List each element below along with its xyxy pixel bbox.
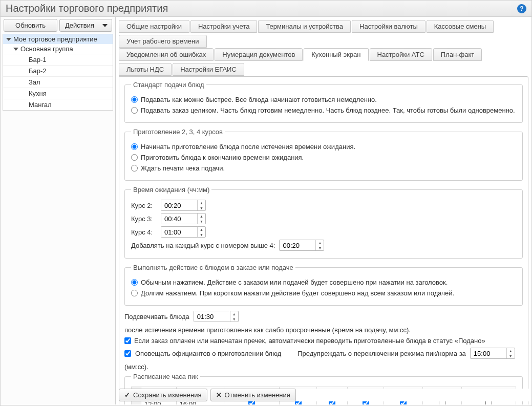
tab[interactable]: Настройки учета [190,20,257,33]
checkbox-notify-waiters-label[interactable]: Оповещать официантов о приготовлении блю… [135,350,281,357]
action-opt-normal-label[interactable]: Обычным нажатием. Действие с заказом или… [141,279,448,286]
tree-root-label: Мое торговое предприятие [13,35,97,43]
highlight-label: Подсвечивать блюда [124,313,189,320]
action-group: Выполнять действие с блюдом в заказе или… [124,264,523,306]
tree-leaf[interactable]: Зал [3,76,113,88]
x-icon [216,391,222,399]
action-opt-normal[interactable] [131,279,138,286]
tab[interactable]: Настройки АТС [370,48,432,61]
wait-input[interactable] [161,200,197,210]
checkbox-notify-waiters[interactable] [124,350,131,357]
tab[interactable]: Общие настройки [119,20,189,33]
wait-row-label: Курс 2: [131,202,157,209]
tab[interactable]: Нумерация документов [215,48,303,61]
spin-down-icon[interactable]: ▼ [198,205,205,210]
serve-opt-fast-label[interactable]: Подавать как можно быстрее. Все блюда на… [141,96,377,103]
tab[interactable]: Кассовые смены [427,20,494,33]
serve-opt-whole-label[interactable]: Подавать заказ целиком. Часть блюд готов… [141,106,515,114]
tab[interactable]: Настройки ЕГАИС [173,63,244,76]
wait-spinner[interactable]: ▲▼ [161,226,206,238]
expander-icon [13,48,18,51]
tabs-row-2: Уведомления об ошибкахНумерация документ… [119,48,528,77]
courses-legend: Приготовление 2, 3, 4 курсов [131,128,225,136]
wait-spinner[interactable]: ▲▼ [161,200,206,211]
footer-actions: Сохранить изменения Отменить изменения [119,389,528,401]
warn-spinner[interactable]: ▲▼ [470,348,515,359]
main-panel: Общие настройкиНастройки учетаТерминалы … [116,17,531,404]
titlebar: Настройки торгового предприятия ? [1,1,531,17]
highlight-spinner[interactable]: ▲▼ [194,311,239,322]
spin-down-icon[interactable]: ▼ [198,219,205,224]
wait-extra-input[interactable] [280,240,315,250]
tab[interactable]: Уведомления об ошибках [119,48,214,61]
action-opt-long[interactable] [131,290,138,296]
org-tree: Мое торговое предприятие Основная группа… [3,34,113,111]
serve-standard-group: Стандарт подачи блюд Подавать как можно … [124,81,523,123]
courses-opt-label[interactable]: Начинать приготовление блюда после истеч… [141,143,355,151]
tabs-row-1: Общие настройкиНастройки учетаТерминалы … [119,20,528,49]
cancel-label: Отменить изменения [225,391,290,399]
tab[interactable]: Льготы НДС [119,63,172,76]
courses-opt-label[interactable]: Приготовить блюда к окончанию времени ож… [141,154,304,161]
schedule-legend: Расписание часа пик [131,373,200,380]
courses-opt[interactable] [131,143,138,150]
spin-up-icon[interactable]: ▲ [198,213,205,219]
actions-label: Действия [65,22,94,29]
tree-leaf[interactable]: Мангал [3,99,113,110]
wait-legend: Время ожидания (чч:мм) [131,186,211,194]
checkbox-auto-served-label[interactable]: Если заказ оплачен или напечатан пречек,… [134,337,485,345]
warn-suffix: (мм:сс). [124,363,148,371]
action-legend: Выполнять действие с блюдом в заказе или… [131,264,295,271]
spin-up-icon[interactable]: ▲ [316,240,324,245]
spin-down-icon[interactable]: ▼ [198,232,205,237]
tab[interactable]: План-факт [433,48,482,61]
wait-group: Время ожидания (чч:мм) Курс 2:▲▼Курс 3:▲… [124,186,523,259]
wait-spinner[interactable]: ▲▼ [161,213,206,224]
tree-group[interactable]: Основная группа [3,44,113,54]
wait-row-label: Курс 3: [131,215,157,223]
courses-opt[interactable] [131,154,138,161]
wait-extra-spinner[interactable]: ▲▼ [279,240,324,251]
courses-group: Приготовление 2, 3, 4 курсов Начинать пр… [124,128,523,181]
tab[interactable]: Терминалы и устройства [258,20,351,33]
chevron-down-icon [102,24,108,27]
spin-up-icon[interactable]: ▲ [507,348,515,353]
spin-down-icon[interactable]: ▼ [230,316,238,322]
highlight-suffix: после истечения времени приготовления ка… [124,326,411,334]
tab-panel-kitchen: Стандарт подачи блюд Подавать как можно … [119,76,528,404]
spin-up-icon[interactable]: ▲ [198,200,205,205]
spin-up-icon[interactable]: ▲ [230,311,238,316]
serve-opt-whole[interactable] [131,107,138,114]
wait-input[interactable] [161,227,197,237]
refresh-button[interactable]: Обновить [4,19,57,32]
spin-down-icon[interactable]: ▼ [507,353,515,358]
wait-input[interactable] [161,213,197,224]
spin-down-icon[interactable]: ▼ [316,245,324,250]
actions-button[interactable]: Действия [59,19,112,32]
checkbox-auto-served[interactable] [124,337,131,344]
cancel-button[interactable]: Отменить изменения [210,389,296,401]
warn-input[interactable] [471,348,506,358]
settings-window: Настройки торгового предприятия ? Обнови… [0,0,532,406]
wait-row-label: Курс 4: [131,228,157,236]
tab[interactable]: Учет рабочего времени [119,35,207,48]
tree-root[interactable]: Мое торговое предприятие [3,34,113,44]
tree-leaf[interactable]: Кухня [3,88,113,99]
tab[interactable]: Кухонный экран [304,48,368,61]
page-title: Настройки торгового предприятия [6,3,168,14]
help-icon[interactable]: ? [517,4,526,13]
serve-opt-fast[interactable] [131,96,138,103]
tab[interactable]: Настройки валюты [352,20,425,33]
check-icon [124,391,130,399]
highlight-input[interactable] [194,311,230,322]
save-label: Сохранить изменения [133,391,202,399]
courses-opt-label[interactable]: Ждать печати чека подачи. [141,164,225,172]
action-opt-long-label[interactable]: Долгим нажатием. При коротком нажатии де… [141,289,454,297]
courses-opt[interactable] [131,165,138,172]
tree-leaf[interactable]: Бар-1 [3,54,113,65]
tree-leaf[interactable]: Бар-2 [3,65,113,76]
spin-up-icon[interactable]: ▲ [198,227,205,232]
sidebar: Обновить Действия Мое торговое предприят… [1,17,116,404]
save-button[interactable]: Сохранить изменения [119,389,207,401]
expander-icon [6,38,11,41]
